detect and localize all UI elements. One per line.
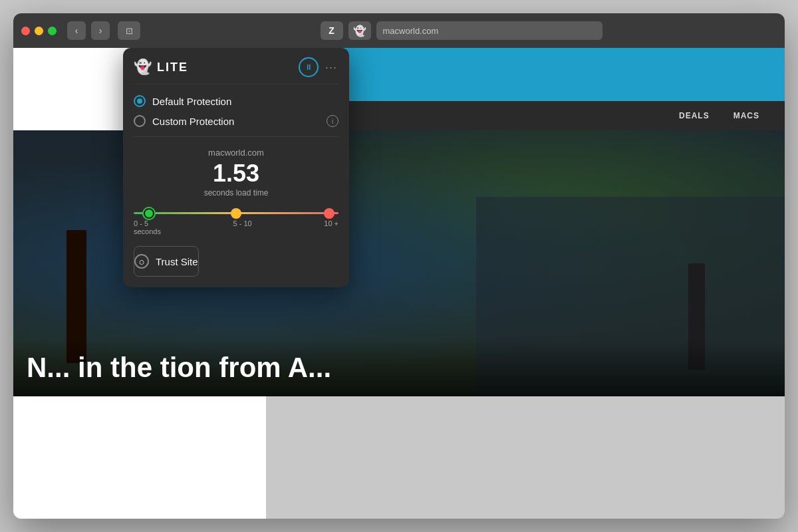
ghost-icon: 👻 <box>134 59 152 76</box>
speed-dot-yellow <box>231 208 241 219</box>
speed-bar: 0 - 5seconds 5 - 10 10 + <box>123 203 349 238</box>
custom-protection-radio[interactable] <box>134 115 146 127</box>
trust-icon: ○ <box>134 254 149 269</box>
ghostery-popup: 👻 LITE ⏸ ··· Default Protection <box>123 48 349 287</box>
custom-protection-label: Custom Protection <box>152 116 234 127</box>
hero-title: N... in the tion from A... <box>27 352 771 383</box>
back-button[interactable]: ‹ <box>67 21 86 40</box>
minimize-button[interactable] <box>35 27 43 35</box>
titlebar: ‹ › ⊡ Z 👻 <box>13 13 785 48</box>
popup-controls: ⏸ ··· <box>299 57 338 77</box>
default-protection-radio[interactable] <box>134 95 146 107</box>
speed-dot-green <box>144 208 154 219</box>
more-button[interactable]: ··· <box>324 61 338 74</box>
speed-dot-red <box>324 208 334 219</box>
popup-header: 👻 LITE ⏸ ··· <box>123 48 349 84</box>
popup-title: LITE <box>157 61 188 74</box>
custom-protection-option[interactable]: Custom Protection i <box>134 115 338 127</box>
close-button[interactable] <box>21 27 30 35</box>
speed-labels: 0 - 5seconds 5 - 10 10 + <box>134 219 338 235</box>
load-time-value: 1.53 <box>134 162 338 186</box>
trust-button-label: Trust Site <box>156 256 198 267</box>
nav-item-deals[interactable]: DEALS <box>667 101 722 130</box>
default-protection-option[interactable]: Default Protection <box>134 95 338 107</box>
pause-icon: ⏸ <box>305 63 313 72</box>
speed-track <box>134 212 338 214</box>
sidebar-button[interactable]: ⊡ <box>118 21 140 40</box>
forward-button[interactable]: › <box>91 21 110 40</box>
speed-label-high: 10 + <box>324 219 338 235</box>
ghostery-extension-button[interactable]: 👻 <box>348 21 371 40</box>
site-domain: macworld.com <box>134 148 338 158</box>
traffic-lights <box>21 27 57 35</box>
tab-z-button[interactable]: Z <box>321 21 343 40</box>
address-bar-area: Z 👻 <box>146 21 777 40</box>
address-field[interactable] <box>376 21 602 40</box>
browser-window: ‹ › ⊡ Z 👻 Macw NEWS REVI... DEALS MACS <box>13 13 785 519</box>
speed-label-low: 0 - 5seconds <box>134 219 161 235</box>
trust-site-button[interactable]: ○ Trust Site <box>134 246 199 277</box>
info-icon[interactable]: i <box>327 115 338 127</box>
speed-label-mid: 5 - 10 <box>233 219 252 235</box>
nav-item-macs[interactable]: MACS <box>722 101 771 130</box>
pause-button[interactable]: ⏸ <box>299 57 319 77</box>
maximize-button[interactable] <box>48 27 57 35</box>
hero-overlay: N... in the tion from A... <box>13 339 785 396</box>
page-content: Macw NEWS REVI... DEALS MACS N... in the… <box>13 48 785 519</box>
load-time-label: seconds load time <box>134 188 338 198</box>
site-info: macworld.com 1.53 seconds load time <box>123 137 349 203</box>
protection-options: Default Protection Custom Protection i <box>123 84 349 136</box>
default-protection-label: Default Protection <box>152 96 231 107</box>
radio-inner-selected <box>137 98 142 104</box>
